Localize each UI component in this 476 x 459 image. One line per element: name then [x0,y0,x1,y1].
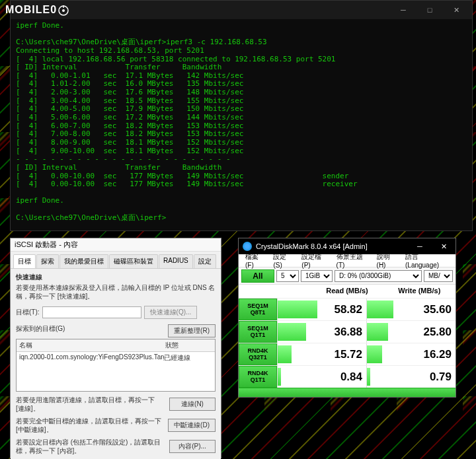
close-button[interactable]: ✕ [443,2,469,18]
minimize-button[interactable]: ─ [390,2,416,18]
iscsi-body: 快速連線 若要使用基本連線探索及登入目標，請輸入目標的 IP 位址或 DNS 名… [11,269,221,459]
cdm-headers: Read (MB/s) Write (MB/s) [239,285,456,298]
cdm-results: SEQ1MQ8T1 58.82 35.60 SEQ1MQ1T1 36.88 25… [239,298,456,388]
runs-select[interactable]: 5 [276,270,299,282]
terminal-window: ─ □ ✕ iperf Done. C:\Users\che97\OneDriv… [10,0,473,231]
quick-connect-button[interactable]: 快速連線(Q)... [144,306,198,319]
result-row: RND4KQ32T1 15.72 16.29 [239,343,456,365]
menu-item[interactable]: 檔案(F) [241,252,269,269]
read-cell: 58.82 [277,299,366,320]
drive-select[interactable]: D: 0% (0/300GiB) [335,270,422,282]
help-connect: 若要使用進階選項連線，請選取目標，再按一下 [連線]。 [16,396,169,413]
target-input[interactable] [42,306,141,318]
test-button[interactable]: RND4KQ1T1 [239,366,277,388]
quick-connect-heading: 快速連線 [16,273,42,281]
tab-4[interactable]: RADIUS [159,254,193,268]
connect-button[interactable]: 連線(N) [169,398,216,411]
test-button[interactable]: SEQ1MQ1T1 [239,321,277,343]
read-header: Read (MB/s) [311,285,383,298]
cdm-menubar: 檔案(F)設定(S)設定檔(P)佈景主題(T)說明(H)語言(Language) [239,254,456,267]
svg-point-1 [62,9,65,12]
unit-select[interactable]: MB/s [424,270,453,282]
cdm-app-icon [243,242,252,251]
tab-5[interactable]: 設定 [194,254,216,268]
properties-button[interactable]: 內容(P)... [169,440,216,453]
menu-item[interactable]: 佈景主題(T) [333,252,373,269]
menu-item[interactable]: 設定檔(P) [298,252,332,269]
iscsi-titlebar[interactable]: iSCSI 啟動器 - 內容 [11,238,221,252]
terminal-output[interactable]: iperf Done. C:\Users\che97\OneDrive\桌面\i… [11,19,472,225]
tab-0[interactable]: 目標 [13,254,36,268]
help-props: 若要設定目標內容 (包括工作階段設定)，請選取目標，再按一下 [內容]。 [16,438,169,455]
watermark: MOBILE0 [5,4,69,16]
terminal-titlebar[interactable]: ─ □ ✕ [11,1,472,19]
iscsi-dialog: iSCSI 啟動器 - 內容 目標探索我的最愛目標磁碟區和裝置RADIUS設定 … [10,238,221,458]
write-cell: 25.80 [366,321,456,343]
result-row: RND4KQ1T1 0.84 0.79 [239,365,456,388]
size-select[interactable]: 1GiB [301,270,333,282]
write-cell: 16.29 [366,343,456,365]
quick-connect-help: 若要使用基本連線探索及登入目標，請輸入目標的 IP 位址或 DNS 名稱，再按一… [16,283,216,300]
tab-2[interactable]: 我的最愛目標 [60,254,108,268]
result-row: SEQ1MQ8T1 58.82 35.60 [239,298,456,320]
tab-1[interactable]: 探索 [36,254,59,268]
col-name: 名稱 [17,339,163,351]
all-button[interactable]: All [241,269,274,283]
write-cell: 35.60 [366,299,456,320]
menu-item[interactable]: 設定(S) [269,252,298,269]
read-cell: 15.72 [277,343,366,365]
cdm-title: CrystalDiskMark 8.0.4 x64 [Admin] [256,242,408,250]
menu-item[interactable]: 語言(Language) [401,252,453,269]
test-button[interactable]: RND4KQ32T1 [239,343,277,365]
maximize-button[interactable]: □ [416,2,443,18]
cdm-footer [239,388,456,397]
test-button[interactable]: SEQ1MQ8T1 [239,299,277,320]
result-row: SEQ1MQ1T1 36.88 25.80 [239,320,456,343]
read-cell: 36.88 [277,321,366,343]
write-header: Write (MB/s) [383,285,456,298]
cdm-toolbar: All 5 1GiB D: 0% (0/300GiB) MB/s [239,267,456,285]
refresh-button[interactable]: 重新整理(R) [168,324,216,337]
disconnect-button[interactable]: 中斷連線(D) [168,419,216,432]
iscsi-tabs: 目標探索我的最愛目標磁碟區和裝置RADIUS設定 [11,252,221,269]
targets-table[interactable]: 名稱 狀態 iqn.2000-01.com.synology:YiFengDS9… [16,339,216,392]
menu-item[interactable]: 說明(H) [373,252,401,269]
col-status: 狀態 [163,339,215,351]
discovered-label: 探索到的目標(G) [16,324,65,337]
table-row[interactable]: iqn.2000-01.com.synology:YiFengDS923Plus… [17,352,215,364]
target-label: 目標(T): [16,308,40,317]
tab-3[interactable]: 磁碟區和裝置 [109,254,158,268]
read-cell: 0.84 [277,366,366,388]
help-disconnect: 若要完全中斷目標的連線，請選取目標，再按一下 [中斷連線]。 [16,417,168,434]
write-cell: 0.79 [366,366,456,388]
crystaldiskmark-window: CrystalDiskMark 8.0.4 x64 [Admin] ─ ✕ 檔案… [238,238,456,398]
